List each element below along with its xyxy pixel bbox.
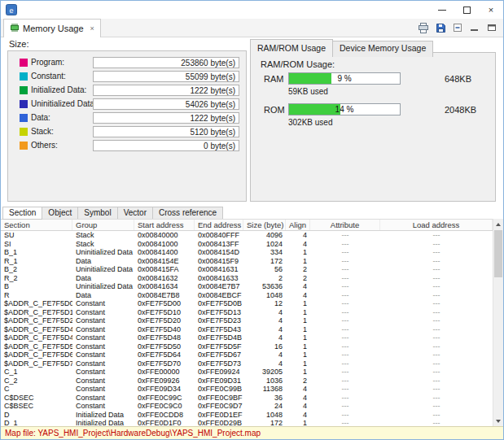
cell-end-address: 0xFE7F5D43	[195, 325, 243, 334]
table-row[interactable]: C_2Constant0xFFE099260xFFE09D3110362----…	[1, 377, 493, 386]
cell-start-address: 0xFE7F5D40	[134, 325, 195, 334]
memory-chip-icon	[10, 23, 20, 34]
cell-attribute: ---	[310, 308, 380, 317]
cell-load-address: ---	[380, 291, 493, 300]
cell-section: R_1	[1, 257, 72, 266]
column-header-group[interactable]: Group	[72, 220, 134, 230]
cell-end-address: 0x0084EBCF	[195, 291, 243, 300]
table-row[interactable]: $ADDR_C_FE7F5D40Constant0xFE7F5D400xFE7F…	[1, 325, 493, 334]
tab-ram-rom-usage[interactable]: RAM/ROM Usage	[250, 39, 333, 55]
table-row[interactable]: RData0x0084E7B80x0084EBCF10484------	[1, 291, 493, 300]
cell-end-address: 0xFFE0D29B	[195, 419, 243, 426]
tab-symbol[interactable]: Symbol	[77, 207, 117, 220]
cell-start-address: 0xFFE09926	[134, 377, 195, 386]
size-item-value: 5120 byte(s)	[93, 126, 239, 137]
size-item-value: 54026 byte(s)	[93, 98, 239, 110]
vertical-scrollbar[interactable]	[493, 219, 503, 426]
tab-vector[interactable]: Vector	[117, 207, 153, 220]
table-row[interactable]: $ADDR_C_FE7F5D64Constant0xFE7F5D640xFE7F…	[1, 351, 493, 359]
minimize-button[interactable]	[430, 1, 454, 19]
cell-align: 2	[286, 265, 310, 274]
cell-attribute: ---	[310, 274, 380, 283]
cell-load-address: ---	[380, 316, 493, 325]
column-header-size-byte[interactable]: Size (byte)	[243, 220, 286, 230]
cell-end-address: 0xFE7F5D4B	[195, 333, 243, 342]
table-row[interactable]: D_1Initialized Data0xFFE0D1F00xFFE0D29B1…	[1, 419, 493, 426]
cell-end-address: 0xFFE0C9D7	[195, 402, 243, 411]
cell-attribute: ---	[310, 240, 380, 249]
cell-group: Constant	[72, 333, 134, 342]
table-row[interactable]: DInitialized Data0xFFE0CDD80xFFE0D1EF104…	[1, 411, 493, 420]
table-row[interactable]: SUStack0x008400000x00840FFF40964------	[1, 231, 493, 240]
tab-close-icon[interactable]: ×	[90, 24, 94, 33]
cell-end-address: 0x008413FF	[195, 240, 243, 249]
cell-size: 1048	[243, 411, 286, 420]
status-bar: Map file: YAPS_HMI_Project\HardwareDebug…	[1, 426, 503, 439]
cell-start-address: 0x0084E7B8	[134, 291, 195, 300]
scroll-up-button[interactable]	[493, 219, 503, 229]
close-button[interactable]: ×	[479, 1, 503, 19]
table-row[interactable]: B_2Uninitialized Data0x008415FA0x0084163…	[1, 265, 493, 274]
tab-device-memory-usage[interactable]: Device Memory Usage	[332, 41, 433, 57]
minimize-view-button[interactable]	[468, 21, 481, 34]
cell-attribute: ---	[310, 402, 380, 411]
cell-attribute: ---	[310, 282, 380, 291]
cell-load-address: ---	[380, 394, 493, 403]
cell-start-address: 0xFE7F5D48	[134, 333, 195, 342]
size-item-value: 55099 byte(s)	[93, 71, 239, 82]
cell-size: 334	[243, 248, 286, 257]
cell-load-address: ---	[380, 231, 493, 240]
print-button[interactable]	[417, 21, 430, 34]
maximize-button[interactable]	[454, 1, 479, 19]
column-header-align[interactable]: Align	[286, 220, 310, 230]
tab-object[interactable]: Object	[42, 207, 78, 220]
table-row[interactable]: $ADDR_C_FE7F5D70Constant0xFE7F5D700xFE7F…	[1, 359, 493, 368]
table-row[interactable]: BUninitialized Data0x008416340x0084E7B75…	[1, 282, 493, 291]
table-row[interactable]: $ADDR_C_FE7F5D00Constant0xFE7F5D000xFE7F…	[1, 299, 493, 308]
app-icon: e	[6, 4, 17, 15]
table-row[interactable]: R_1Data0x0084154E0x008415F91721------	[1, 257, 493, 266]
maximize-view-button[interactable]	[485, 21, 498, 34]
cell-group: Constant	[72, 368, 134, 377]
size-item-label: Initialized Data:	[31, 85, 86, 94]
size-panel: Program:253860 byte(s)Constant:55099 byt…	[7, 50, 247, 202]
scroll-down-button[interactable]	[493, 416, 503, 426]
column-header-start-address[interactable]: Start address	[134, 220, 195, 230]
table-row[interactable]: $ADDR_C_FE7F5D50Constant0xFE7F5D500xFE7F…	[1, 342, 493, 351]
cell-group: Data	[72, 257, 134, 266]
cell-end-address: 0xFE7F5D23	[195, 316, 243, 325]
table-row[interactable]: C_1Constant0xFFE000000xFFE09924392051---…	[1, 368, 493, 377]
cell-group: Constant	[72, 351, 134, 359]
table-row[interactable]: C$DSECConstant0xFFE0C99C0xFFE0C9BF364---…	[1, 394, 493, 403]
size-legend-row: Program:253860 byte(s)	[8, 56, 246, 70]
cell-align: 4	[286, 240, 310, 249]
collapse-all-button[interactable]	[451, 21, 464, 34]
column-header-end-address[interactable]: End address	[195, 220, 243, 230]
save-button[interactable]	[434, 21, 447, 34]
cell-group: Data	[72, 291, 134, 300]
cell-load-address: ---	[380, 377, 493, 386]
cell-group: Constant	[72, 359, 134, 368]
arrow-up-icon	[496, 223, 501, 226]
column-header-load-address[interactable]: Load address	[380, 220, 493, 230]
column-header-section[interactable]: Section	[1, 220, 72, 230]
table-row[interactable]: $ADDR_C_FE7F5D10Constant0xFE7F5D100xFE7F…	[1, 308, 493, 317]
scrollbar-thumb[interactable]	[494, 230, 502, 277]
tab-cross-reference[interactable]: Cross reference	[152, 207, 223, 220]
table-row[interactable]: $ADDR_C_FE7F5D48Constant0xFE7F5D480xFE7F…	[1, 333, 493, 342]
cell-load-address: ---	[380, 240, 493, 249]
table-row[interactable]: C$BSECConstant0xFFE0C9C00xFFE0C9D7244---…	[1, 402, 493, 411]
tab-section[interactable]: Section	[2, 207, 42, 220]
table-row[interactable]: R_2Data0x008416320x0084163322------	[1, 274, 493, 283]
table-row[interactable]: SIStack0x008410000x008413FF10244------	[1, 240, 493, 249]
tab-memory-usage[interactable]: Memory Usage ×	[3, 19, 101, 37]
cell-attribute: ---	[310, 333, 380, 342]
memory-type-label: RAM	[264, 74, 283, 84]
table-row[interactable]: B_1Uninitialized Data0x008414000x0084154…	[1, 248, 493, 257]
cell-start-address: 0x00841000	[134, 240, 195, 249]
section-table: SUStack0x008400000x00840FFF40964------SI…	[1, 231, 493, 426]
column-header-attribute[interactable]: Attribute	[310, 220, 380, 230]
table-row[interactable]: CConstant0xFFE09D340xFFE0C99B113684-----…	[1, 385, 493, 394]
cell-group: Stack	[72, 231, 134, 240]
table-row[interactable]: $ADDR_C_FE7F5D20Constant0xFE7F5D200xFE7F…	[1, 316, 493, 325]
